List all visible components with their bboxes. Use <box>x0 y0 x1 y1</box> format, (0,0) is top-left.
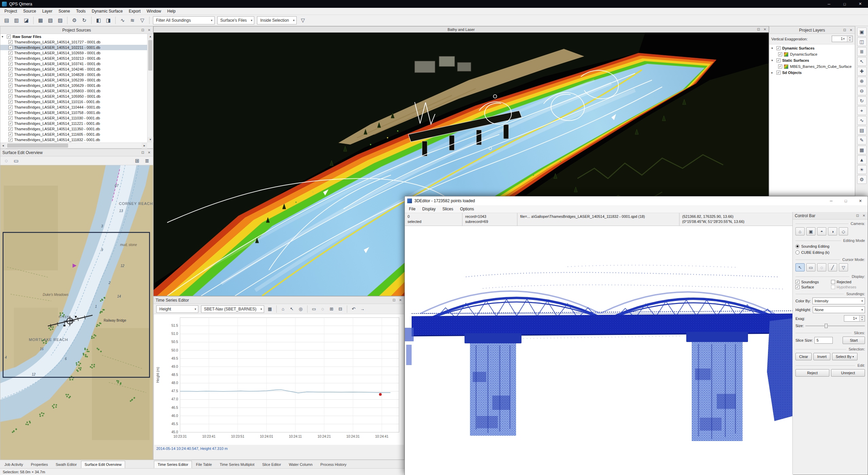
exag-stepper[interactable]: 1× ▴▾ <box>844 315 865 322</box>
channel-dropdown[interactable]: Height ▾ <box>156 305 198 313</box>
checkbox[interactable]: ✓ <box>8 111 13 115</box>
soundings-checkbox[interactable]: ✓Soundings <box>795 280 830 284</box>
source-file-row[interactable]: ✓ThamesBridges_LASER_140514_102211 - 000… <box>0 45 147 50</box>
reject-button[interactable]: Reject <box>795 369 829 377</box>
menu-icon[interactable]: ≣ <box>142 156 152 165</box>
zoom-in-icon[interactable]: ⊕ <box>857 77 867 86</box>
tree-caret-icon[interactable]: ▾ <box>771 59 775 62</box>
tab-time-series-multiplot[interactable]: Time Series Multiplot <box>216 461 258 468</box>
add-raw-sonar-icon[interactable]: ▦ <box>36 16 45 25</box>
scroll-up-icon[interactable]: ▲ <box>147 34 153 39</box>
source-file-row[interactable]: ✓ThamesBridges_LASER_140514_103741 - 000… <box>0 61 147 66</box>
checkbox[interactable]: ✓ <box>8 127 13 131</box>
source-file-row[interactable]: ✓ThamesBridges_LASER_140514_104828 - 000… <box>0 72 147 77</box>
processing-settings-icon[interactable]: ⚙ <box>70 16 79 25</box>
menu-help[interactable]: Help <box>164 8 179 14</box>
source-file-row[interactable]: ✓ThamesBridges_LASER_140514_111221 - 000… <box>0 121 147 126</box>
checkbox[interactable]: ✓ <box>8 56 13 60</box>
camera-east-icon[interactable]: ◑ <box>828 227 837 235</box>
checkbox[interactable]: ✓ <box>7 35 11 39</box>
rotate-icon[interactable]: ↻ <box>857 96 867 105</box>
menu-dynamic-surface[interactable]: Dynamic Surface <box>88 8 125 14</box>
vertical-exaggeration-stepper[interactable]: 1× ▴▾ <box>832 36 853 42</box>
create-static-surface-icon[interactable]: ◨ <box>104 16 113 25</box>
tab-file-table[interactable]: File Table <box>192 461 216 468</box>
reprocess-icon[interactable]: ↻ <box>80 16 89 25</box>
checkbox[interactable]: ✓ <box>8 94 13 98</box>
scroll-down-icon[interactable]: ▼ <box>147 137 153 142</box>
close-panel-icon[interactable]: ✕ <box>398 298 403 302</box>
lasso-select-icon[interactable]: ◌ <box>2 156 11 165</box>
select-subtract-icon[interactable]: ⊟ <box>336 305 344 313</box>
tab-slice-editor[interactable]: Slice Editor <box>258 461 285 468</box>
zoom-icon[interactable]: ◎ <box>297 305 305 313</box>
select-by-button[interactable]: Select By ▾ <box>832 353 858 360</box>
annotate-icon[interactable]: ✎ <box>857 136 867 145</box>
float-panel-icon[interactable]: ⊡ <box>391 298 397 302</box>
source-file-row[interactable]: ✓ThamesBridges_LASER_140514_104246 - 000… <box>0 66 147 72</box>
layer-static-surfaces[interactable]: ▾✓Static Surfaces <box>769 57 855 63</box>
screenshot-icon[interactable]: ▦ <box>857 146 867 154</box>
float-panel-icon[interactable]: ⊡ <box>140 28 145 32</box>
tree-caret-icon[interactable]: ▾ <box>771 46 775 50</box>
source-file-row[interactable]: ✓ThamesBridges_LASER_140514_110116 - 000… <box>0 99 147 104</box>
checkbox[interactable]: ✓ <box>8 116 13 120</box>
camera-free-icon[interactable]: ◇ <box>839 227 848 235</box>
minimize-button[interactable]: ─ <box>821 0 837 8</box>
select-add-icon[interactable]: ⊞ <box>328 305 336 313</box>
checkbox[interactable]: ✓ <box>776 71 781 75</box>
fit-view-icon[interactable]: ▣ <box>857 27 867 36</box>
tab-properties[interactable]: Properties <box>27 461 52 468</box>
source-file-row[interactable]: ✓ThamesBridges_LASER_140514_110444 - 000… <box>0 104 147 110</box>
close-button[interactable]: ✕ <box>853 196 868 205</box>
checkbox[interactable]: ✓ <box>8 132 13 136</box>
create-dynamic-surface-icon[interactable]: ◧ <box>94 16 103 25</box>
rejected-checkbox[interactable]: Rejected <box>831 280 865 284</box>
time-series-chart[interactable]: 45.045.546.046.547.047.548.048.549.049.5… <box>154 314 404 445</box>
source-file-row[interactable]: ✓ThamesBridges_LASER_140514_105629 - 000… <box>0 83 147 88</box>
checkbox[interactable]: ✓ <box>8 45 13 50</box>
sound-velocity-icon[interactable]: ∿ <box>118 16 127 25</box>
lighting-icon[interactable]: ☀ <box>857 165 867 174</box>
checkbox[interactable]: ✓ <box>8 78 13 82</box>
raw-sonar-files-root[interactable]: ▾✓Raw Sonar Files <box>0 34 147 39</box>
checkbox[interactable]: ✓ <box>795 280 800 284</box>
editor-menu-display[interactable]: Display <box>419 206 439 212</box>
checkbox[interactable]: ✓ <box>8 83 13 88</box>
sounding-editing-radio[interactable]: Sounding Editing <box>793 243 868 249</box>
source-file-row[interactable]: ✓ThamesBridges_LASER_140514_105239 - 000… <box>0 77 147 83</box>
step-icon[interactable]: → <box>358 305 367 313</box>
editor-menu-options[interactable]: Options <box>457 206 477 212</box>
source-file-row[interactable]: ✓ThamesBridges_LASER_140514_111832 - 000… <box>0 137 147 142</box>
nav-source-dropdown[interactable]: SBET-Nav (SBET_BARNES) ▾ <box>201 305 264 313</box>
select-lasso-icon[interactable]: ◌ <box>319 305 327 313</box>
source-file-row[interactable]: ✓ThamesBridges_LASER_140514_105950 - 000… <box>0 94 147 99</box>
profile-icon[interactable]: ∿ <box>857 116 867 125</box>
maximize-button[interactable]: □ <box>837 0 852 8</box>
scroll-left-icon[interactable]: ◄ <box>0 143 6 149</box>
spin-up-icon[interactable]: ▴ <box>847 36 852 39</box>
tree-caret-icon[interactable]: ▸ <box>771 71 775 74</box>
pan-icon[interactable]: ✚ <box>857 67 867 76</box>
scrollbar-thumb[interactable] <box>7 144 68 148</box>
tree-caret-icon[interactable]: ▾ <box>2 35 5 38</box>
tab-job-activity[interactable]: Job Activity <box>1 461 27 468</box>
checkbox[interactable]: ✓ <box>8 51 13 55</box>
open-project-icon[interactable]: ▥ <box>12 16 21 25</box>
float-panel-icon[interactable]: ⊡ <box>842 28 847 32</box>
radio-icon[interactable] <box>795 244 800 248</box>
measure-icon[interactable]: ⌖ <box>857 106 867 115</box>
checkbox[interactable]: ✓ <box>8 62 13 66</box>
editor-menu-slices[interactable]: Slices <box>439 206 457 212</box>
save-project-icon[interactable]: ◪ <box>22 16 31 25</box>
grid-icon[interactable]: ⊞ <box>133 156 142 165</box>
checkbox[interactable]: ✓ <box>778 64 782 69</box>
slider-thumb[interactable] <box>825 324 828 328</box>
surface-files-dropdown[interactable]: Surface's Files ▾ <box>217 16 255 24</box>
filter-funnel-icon[interactable]: ▽ <box>298 16 308 25</box>
tab-process-history[interactable]: Process History <box>317 461 350 468</box>
close-panel-icon[interactable]: ✕ <box>146 151 152 154</box>
cursor-rect-icon[interactable]: ▭ <box>806 263 815 271</box>
cursor-point-icon[interactable]: ↖ <box>795 263 805 271</box>
checkbox[interactable]: ✓ <box>795 285 800 289</box>
